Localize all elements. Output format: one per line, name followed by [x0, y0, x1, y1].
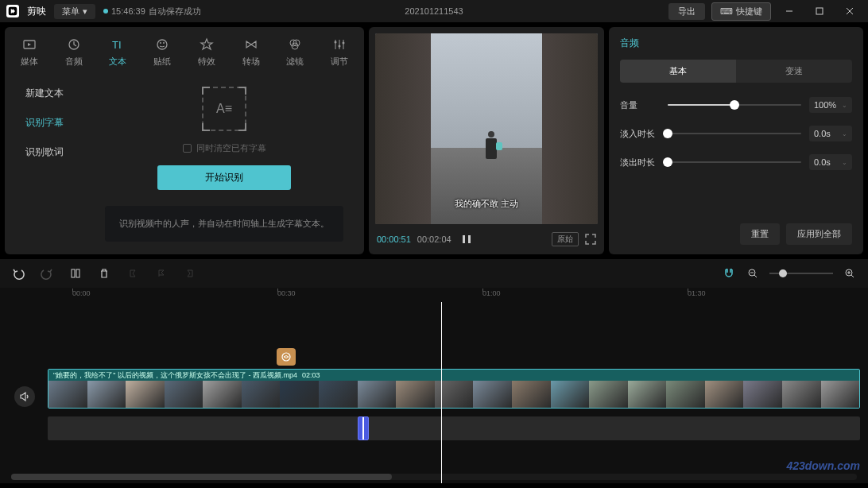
tab-filter[interactable]: 滤镜	[274, 33, 317, 71]
effect-icon	[199, 37, 215, 52]
autosave-status: 15:46:39 自动保存成功	[103, 6, 201, 17]
preview-right-controls: 原始	[552, 232, 596, 246]
apply-all-button[interactable]: 应用到全部	[786, 223, 852, 245]
slider-thumb[interactable]	[779, 269, 787, 277]
timeline-tracks[interactable]: "她要的，我给不了" 以后的视频，这个俄罗斯女孩不会出现了 - 西瓜视频.mp4…	[0, 302, 868, 483]
audio-clip[interactable]	[358, 416, 369, 440]
filter-icon	[287, 37, 303, 52]
fadein-value[interactable]: 0.0s⌄	[809, 126, 852, 141]
menu-button[interactable]: 菜单 ▾	[54, 4, 95, 19]
video-thumbnail	[203, 381, 242, 408]
svg-line-26	[754, 275, 757, 277]
timeline-scrollbar[interactable]	[11, 474, 857, 480]
tab-video[interactable]: 媒体	[8, 33, 51, 71]
reset-button[interactable]: 重置	[740, 223, 780, 245]
titlebar: 剪映 菜单 ▾ 15:46:39 自动保存成功 202101211543 导出 …	[0, 0, 868, 22]
volume-slider[interactable]	[668, 104, 801, 106]
tab-effect[interactable]: 特效	[185, 33, 228, 71]
preview-subtitle: 我的确不敢 主动	[455, 198, 518, 210]
properties-footer: 重置 应用到全部	[620, 223, 852, 245]
slider-thumb[interactable]	[730, 100, 739, 110]
clear-existing-checkbox[interactable]: 同时清空已有字幕	[183, 142, 266, 154]
preview-panel: 我的确不敢 主动 00:00:51 00:02:04 原始	[369, 27, 604, 254]
tab-basic[interactable]: 基本	[620, 60, 736, 83]
track-effect-button[interactable]	[277, 348, 296, 366]
redo-button[interactable]	[40, 266, 54, 281]
audio-icon	[66, 37, 82, 52]
tab-label: 调节	[331, 56, 348, 68]
mark-button[interactable]	[154, 266, 169, 281]
audio-track[interactable]	[48, 416, 860, 440]
fadein-row: 淡入时长 0.0s⌄	[620, 126, 852, 141]
delete-button[interactable]	[97, 266, 111, 281]
clip-title: "她要的，我给不了" 以后的视频，这个俄罗斯女孩不会出现了 - 西瓜视频.mp4	[53, 370, 297, 381]
timeline: 00:0000:3001:0001:30 "她要的，我给不了" 以后的视频，这个…	[0, 259, 868, 483]
project-name: 202101211543	[405, 6, 463, 16]
slider-thumb[interactable]	[663, 129, 672, 138]
fullscreen-button[interactable]	[585, 234, 596, 245]
tab-speed[interactable]: 变速	[736, 60, 852, 83]
preview-controls: 00:00:51 00:02:04 原始	[375, 224, 598, 248]
checkbox-label: 同时清空已有字幕	[196, 142, 266, 154]
main-area: 媒体音频TI文本贴纸特效转场滤镜调节 新建文本 识别字幕 识别歌词 A≡ 同时清…	[0, 22, 868, 259]
sidebar-item-recognize-subtitle[interactable]: 识别字幕	[11, 110, 78, 136]
video-thumbnail	[165, 381, 203, 408]
mute-track-button[interactable]	[14, 386, 35, 407]
maximize-button[interactable]	[808, 3, 831, 19]
mark-in-button[interactable]	[126, 266, 140, 281]
mark-out-button[interactable]	[183, 266, 197, 281]
export-button[interactable]: 导出	[668, 3, 705, 20]
titlebar-right: 导出 ⌨ 快捷键	[668, 2, 862, 21]
magnet-button[interactable]	[722, 266, 736, 281]
sidebar-item-recognize-lyrics[interactable]: 识别歌词	[11, 139, 78, 165]
fadeout-row: 淡出时长 0.0s⌄	[620, 154, 852, 170]
tab-label: 音频	[65, 56, 83, 68]
chevron-icon: ⌄	[842, 130, 847, 137]
playhead[interactable]	[441, 302, 442, 483]
zoom-in-button[interactable]	[843, 266, 857, 281]
adjust-icon	[331, 37, 347, 52]
checkbox-icon	[183, 144, 192, 153]
tab-label: 媒体	[21, 56, 38, 68]
svg-rect-22	[72, 269, 75, 277]
split-button[interactable]	[68, 266, 83, 281]
scrollbar-thumb[interactable]	[11, 474, 392, 480]
tab-label: 贴纸	[153, 56, 171, 68]
play-pause-button[interactable]	[458, 230, 475, 248]
preview-scene	[375, 33, 598, 224]
tab-sticker[interactable]: 贴纸	[141, 33, 184, 71]
volume-value[interactable]: 100%⌄	[809, 97, 852, 113]
zoom-out-button[interactable]	[746, 266, 760, 281]
timeline-toolbar	[0, 259, 868, 288]
effect-icon	[281, 351, 292, 362]
shortcut-button[interactable]: ⌨ 快捷键	[711, 2, 771, 21]
close-button[interactable]	[838, 3, 862, 19]
timeline-ruler[interactable]: 00:0000:3001:0001:30	[48, 288, 868, 302]
tab-adjust[interactable]: 调节	[318, 33, 361, 71]
svg-rect-21	[468, 235, 471, 243]
svg-line-30	[851, 275, 854, 277]
tab-text[interactable]: TI文本	[97, 33, 140, 71]
sidebar-item-new-text[interactable]: 新建文本	[11, 80, 78, 107]
slider-thumb[interactable]	[663, 157, 672, 167]
preview-viewport[interactable]: 我的确不敢 主动	[375, 33, 598, 224]
tab-label: 滤镜	[286, 56, 304, 68]
undo-button[interactable]	[11, 266, 25, 281]
tab-audio[interactable]: 音频	[52, 33, 95, 71]
volume-row: 音量 100%⌄	[620, 97, 852, 113]
svg-rect-20	[463, 235, 465, 243]
minimize-button[interactable]	[777, 3, 801, 19]
description-text: 识别视频中的人声，并自动在时间轴上生成字幕文本。	[119, 217, 329, 231]
zoom-slider[interactable]	[769, 273, 833, 274]
video-track[interactable]: "她要的，我给不了" 以后的视频，这个俄罗斯女孩不会出现了 - 西瓜视频.mp4…	[48, 369, 860, 409]
fadeout-slider[interactable]	[668, 161, 801, 163]
fadeout-value[interactable]: 0.0s⌄	[809, 154, 852, 170]
tab-transition[interactable]: 转场	[230, 33, 273, 71]
original-ratio-button[interactable]: 原始	[552, 232, 579, 246]
left-panel: 媒体音频TI文本贴纸特效转场滤镜调节 新建文本 识别字幕 识别歌词 A≡ 同时清…	[5, 27, 364, 254]
clip-duration: 02:03	[302, 371, 320, 379]
start-recognition-button[interactable]: 开始识别	[157, 165, 291, 190]
svg-text:TI: TI	[112, 39, 122, 51]
fadein-slider[interactable]	[668, 133, 801, 134]
video-thumbnail	[512, 381, 551, 408]
